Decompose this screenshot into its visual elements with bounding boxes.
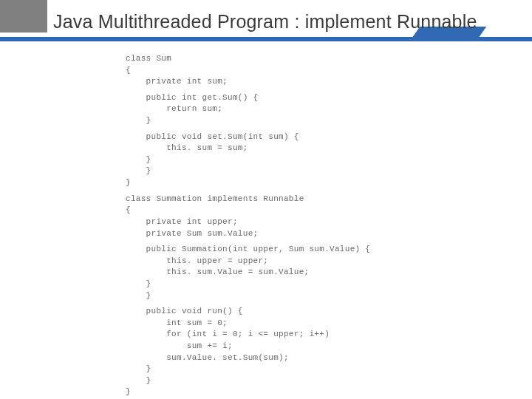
code-line: public void run() { [126,306,466,318]
code-line: private int upper; [126,216,466,228]
code-line: } [126,154,466,166]
slide: Java Multithreaded Program : implement R… [0,0,532,399]
code-line: public int get.Sum() { [126,92,466,104]
code-line: this. sum = sum; [126,143,466,154]
code-line: public void set.Sum(int sum) { [126,132,466,143]
code-line: } [126,290,466,302]
code-line: private int sum; [126,76,466,88]
code-line: this. sum.Value = sum.Value; [126,267,466,279]
code-line: { [126,205,466,216]
code-block: class Sum{ private int sum; public int g… [126,53,466,398]
code-line: private Sum sum.Value; [126,228,466,240]
code-line: for (int i = 0; i <= upper; i++) [126,329,466,341]
code-line: return sum; [126,103,466,115]
code-line: public Summation(int upper, Sum sum.Valu… [126,244,466,256]
code-line: int sum = 0; [126,318,466,330]
code-line: } [126,115,466,127]
code-line: } [126,177,466,189]
code-line: { [126,65,466,77]
code-line: sum += i; [126,341,466,352]
code-line: } [126,166,466,177]
slide-title: Java Multithreaded Program : implement R… [0,11,477,33]
code-line: this. upper = upper; [126,256,466,267]
code-line: } [126,279,466,290]
code-line: class Summation implements Runnable [126,194,466,205]
code-line: } [126,375,466,387]
code-line: sum.Value. set.Sum(sum); [126,352,466,364]
code-line: } [126,386,466,398]
code-line: class Sum [126,53,466,65]
header-separator [0,37,532,41]
code-line: } [126,364,466,375]
